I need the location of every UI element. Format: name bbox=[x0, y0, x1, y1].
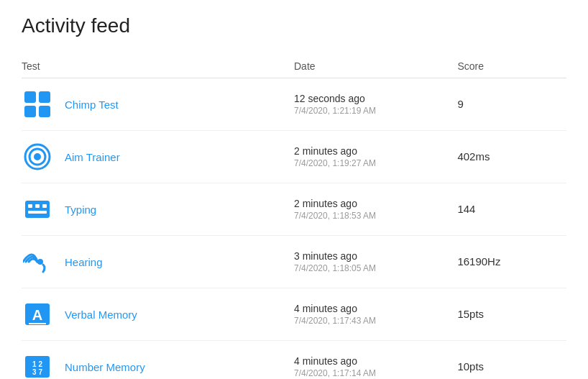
score-hearing: 16190Hz bbox=[457, 255, 500, 268]
svg-rect-2 bbox=[24, 106, 36, 117]
typing-icon bbox=[22, 193, 53, 225]
svg-text:3 7: 3 7 bbox=[32, 368, 42, 376]
date-relative-aim-trainer: 2 minutes ago bbox=[294, 145, 457, 157]
svg-rect-8 bbox=[28, 204, 32, 208]
test-cell-chimp-test: Chimp Test bbox=[22, 88, 294, 120]
test-cell-aim-trainer: Aim Trainer bbox=[22, 141, 294, 173]
date-absolute-number-memory: 7/4/2020, 1:17:14 AM bbox=[294, 368, 457, 378]
test-name-typing[interactable]: Typing bbox=[65, 204, 96, 216]
svg-text:1 2: 1 2 bbox=[32, 360, 42, 368]
table-row: A Verbal Memory 4 minutes ago 7/4/2020, … bbox=[22, 288, 566, 341]
svg-rect-1 bbox=[39, 91, 50, 103]
score-verbal-memory: 15pts bbox=[457, 308, 484, 320]
score-aim-trainer: 402ms bbox=[457, 150, 490, 163]
table-row: Typing 2 minutes ago 7/4/2020, 1:18:53 A… bbox=[22, 183, 566, 236]
col-header-test: Test bbox=[22, 55, 294, 78]
date-absolute-hearing: 7/4/2020, 1:18:05 AM bbox=[294, 263, 457, 273]
col-header-date: Date bbox=[294, 55, 457, 78]
aim-icon bbox=[22, 141, 53, 173]
chimp-icon bbox=[22, 88, 53, 120]
score-chimp-test: 9 bbox=[457, 98, 463, 110]
test-cell-typing: Typing bbox=[22, 193, 294, 225]
test-name-chimp-test[interactable]: Chimp Test bbox=[65, 99, 119, 111]
page-title: Activity feed bbox=[22, 14, 566, 37]
test-name-verbal-memory[interactable]: Verbal Memory bbox=[65, 309, 137, 321]
table-row: Hearing 3 minutes ago 7/4/2020, 1:18:05 … bbox=[22, 236, 566, 288]
date-relative-chimp-test: 12 seconds ago bbox=[294, 93, 457, 104]
score-typing: 144 bbox=[457, 203, 475, 215]
table-row: Aim Trainer 2 minutes ago 7/4/2020, 1:19… bbox=[22, 131, 566, 183]
test-name-hearing[interactable]: Hearing bbox=[65, 256, 103, 268]
number-icon: 1 2 3 7 bbox=[22, 351, 53, 379]
date-absolute-typing: 7/4/2020, 1:18:53 AM bbox=[294, 211, 457, 221]
svg-point-12 bbox=[37, 259, 43, 265]
date-absolute-aim-trainer: 7/4/2020, 1:19:27 AM bbox=[294, 158, 457, 168]
date-absolute-verbal-memory: 7/4/2020, 1:17:43 AM bbox=[294, 316, 457, 326]
date-relative-verbal-memory: 4 minutes ago bbox=[294, 303, 457, 314]
svg-text:A: A bbox=[32, 307, 42, 323]
date-absolute-chimp-test: 7/4/2020, 1:21:19 AM bbox=[294, 106, 457, 116]
test-cell-verbal-memory: A Verbal Memory bbox=[22, 298, 294, 330]
col-header-score: Score bbox=[457, 55, 566, 78]
table-row: Chimp Test 12 seconds ago 7/4/2020, 1:21… bbox=[22, 78, 566, 131]
table-row: 1 2 3 7 Number Memory 4 minutes ago 7/4/… bbox=[22, 341, 566, 380]
svg-rect-11 bbox=[28, 211, 47, 214]
test-cell-number-memory: 1 2 3 7 Number Memory bbox=[22, 351, 294, 379]
svg-rect-0 bbox=[24, 91, 36, 103]
hearing-icon bbox=[22, 246, 53, 278]
activity-table: Test Date Score Chimp Test 12 bbox=[22, 55, 566, 379]
score-number-memory: 10pts bbox=[457, 360, 484, 373]
date-relative-number-memory: 4 minutes ago bbox=[294, 355, 457, 367]
svg-rect-3 bbox=[39, 106, 50, 117]
svg-rect-10 bbox=[42, 204, 47, 208]
date-relative-typing: 2 minutes ago bbox=[294, 198, 457, 209]
test-name-number-memory[interactable]: Number Memory bbox=[65, 361, 145, 373]
svg-point-6 bbox=[34, 153, 41, 160]
svg-rect-7 bbox=[25, 201, 50, 218]
test-cell-hearing: Hearing bbox=[22, 246, 294, 278]
verbal-icon: A bbox=[22, 298, 53, 330]
date-relative-hearing: 3 minutes ago bbox=[294, 250, 457, 262]
test-name-aim-trainer[interactable]: Aim Trainer bbox=[65, 151, 120, 163]
svg-rect-9 bbox=[35, 204, 40, 208]
